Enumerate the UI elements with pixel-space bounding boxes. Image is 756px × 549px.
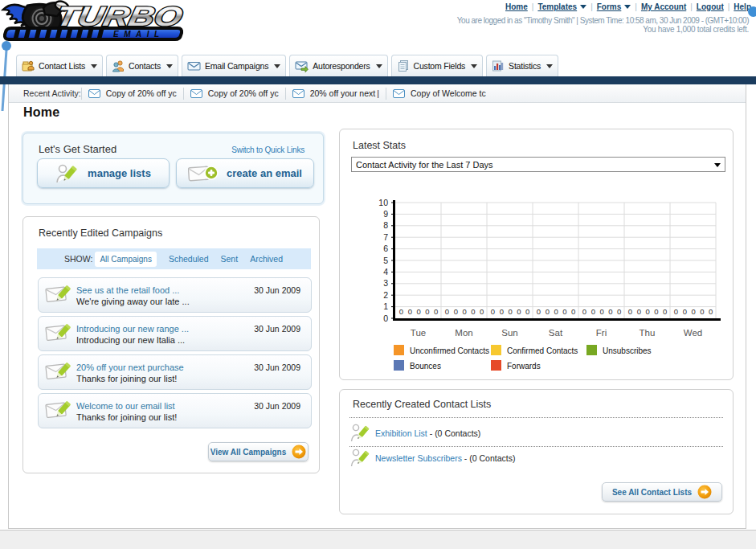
svg-text:0: 0 — [571, 307, 575, 316]
svg-text:Sat: Sat — [549, 328, 563, 338]
svg-text:0: 0 — [674, 307, 678, 316]
svg-text:0: 0 — [709, 307, 713, 316]
svg-text:0: 0 — [517, 307, 521, 316]
svg-text:1: 1 — [383, 301, 388, 311]
svg-text:4: 4 — [383, 267, 388, 277]
svg-text:0: 0 — [462, 307, 466, 316]
svg-text:Confirmed Contacts: Confirmed Contacts — [507, 346, 578, 355]
svg-text:Sun: Sun — [501, 328, 517, 338]
svg-text:0: 0 — [599, 307, 603, 316]
svg-text:0: 0 — [691, 307, 695, 316]
svg-text:0: 0 — [546, 307, 550, 316]
svg-text:0: 0 — [445, 307, 449, 316]
svg-text:Unsubscribes: Unsubscribes — [603, 346, 652, 355]
svg-text:EMAIL: EMAIL — [113, 30, 165, 39]
svg-text:0: 0 — [683, 307, 687, 316]
svg-text:0: 0 — [425, 307, 429, 316]
svg-text:0: 0 — [508, 307, 512, 316]
svg-text:0: 0 — [399, 307, 403, 316]
svg-text:0: 0 — [491, 307, 495, 316]
svg-text:0: 0 — [416, 307, 420, 316]
svg-text:0: 0 — [700, 307, 704, 316]
svg-text:Tue: Tue — [411, 328, 426, 338]
svg-text:Wed: Wed — [684, 328, 702, 338]
svg-text:0: 0 — [480, 307, 484, 316]
svg-text:5: 5 — [383, 256, 388, 265]
svg-text:7: 7 — [383, 232, 388, 242]
svg-text:0: 0 — [434, 307, 438, 316]
svg-text:0: 0 — [562, 307, 566, 316]
svg-text:0: 0 — [591, 307, 595, 316]
svg-text:Forwards: Forwards — [507, 362, 541, 371]
svg-text:10: 10 — [378, 198, 388, 207]
svg-text:Mon: Mon — [455, 328, 472, 338]
svg-text:0: 0 — [617, 307, 621, 316]
svg-text:0: 0 — [383, 313, 388, 323]
svg-text:0: 0 — [645, 307, 649, 316]
svg-text:8: 8 — [383, 220, 388, 230]
svg-text:Thu: Thu — [640, 328, 656, 338]
svg-text:0: 0 — [537, 307, 541, 316]
svg-text:Fri: Fri — [596, 328, 607, 338]
svg-text:0: 0 — [654, 307, 658, 316]
svg-text:0: 0 — [628, 307, 632, 316]
svg-text:0: 0 — [637, 307, 641, 316]
svg-text:0: 0 — [500, 307, 504, 316]
svg-text:0: 0 — [582, 307, 586, 316]
svg-text:0: 0 — [454, 307, 458, 316]
svg-text:0: 0 — [525, 307, 529, 316]
svg-text:0: 0 — [608, 307, 612, 316]
svg-text:9: 9 — [383, 209, 388, 219]
svg-text:Bounces: Bounces — [410, 362, 441, 371]
svg-text:0: 0 — [408, 307, 412, 316]
svg-text:3: 3 — [383, 278, 388, 288]
svg-text:0: 0 — [663, 307, 667, 316]
svg-text:6: 6 — [383, 244, 388, 253]
svg-text:0: 0 — [471, 307, 475, 316]
svg-text:Unconfirmed Contacts: Unconfirmed Contacts — [410, 346, 489, 355]
svg-text:0: 0 — [554, 307, 558, 316]
svg-text:2: 2 — [383, 290, 388, 300]
